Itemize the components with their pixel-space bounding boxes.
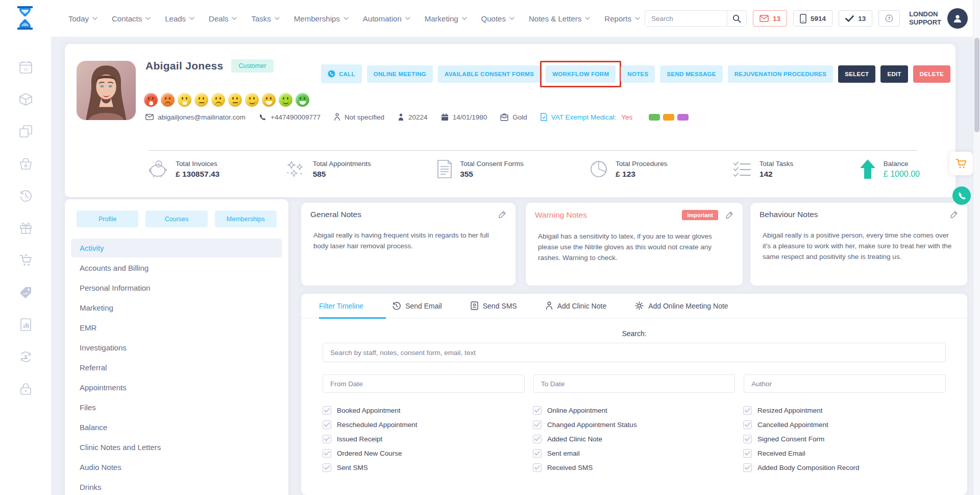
app-logo[interactable] bbox=[13, 5, 37, 31]
account-avatar[interactable] bbox=[947, 8, 968, 29]
nav-item[interactable]: Notes & Letters bbox=[529, 14, 590, 23]
section-menu-item[interactable]: Marketing bbox=[71, 298, 282, 317]
filter-checkbox[interactable]: Sent email bbox=[533, 449, 743, 458]
mood-emoji-smile[interactable] bbox=[245, 93, 259, 107]
filter-checkbox[interactable]: Added Clinic Note bbox=[533, 435, 743, 443]
edit-note-icon[interactable] bbox=[725, 211, 733, 219]
timeline-search-input[interactable] bbox=[323, 343, 946, 362]
action-button[interactable]: DELETE bbox=[913, 65, 950, 83]
action-button[interactable]: AVAILABLE CONSENT FORMS bbox=[438, 65, 541, 83]
page-scrollbar[interactable] bbox=[973, 0, 980, 495]
mood-emoji-grin[interactable] bbox=[262, 93, 276, 107]
floating-call-button[interactable] bbox=[952, 186, 971, 205]
floating-cart-button[interactable] bbox=[949, 152, 973, 175]
section-menu-item[interactable]: Appointments bbox=[71, 378, 282, 397]
messages-badge-button[interactable]: 13 bbox=[753, 10, 787, 27]
gift-icon[interactable] bbox=[19, 221, 33, 235]
customer-email[interactable]: abigailjones@mailinator.com bbox=[145, 113, 246, 121]
lock-icon[interactable] bbox=[19, 382, 33, 396]
section-menu-item[interactable]: Files bbox=[71, 398, 282, 417]
mood-emoji-smile[interactable] bbox=[279, 93, 292, 107]
mood-emoji-neutral[interactable] bbox=[228, 93, 242, 107]
panel-tab[interactable]: Memberships bbox=[215, 210, 277, 227]
nav-item[interactable]: Tasks bbox=[251, 14, 279, 23]
copy-icon[interactable] bbox=[19, 125, 33, 138]
call-button[interactable]: CALL bbox=[321, 64, 362, 83]
to-date-input[interactable] bbox=[533, 374, 736, 393]
section-menu-item[interactable]: Personal Information bbox=[71, 278, 282, 297]
filter-checkbox[interactable]: Issued Receipt bbox=[323, 435, 533, 443]
action-button[interactable]: ONLINE MEETING bbox=[367, 65, 433, 83]
tab-send-sms[interactable]: Send SMS bbox=[471, 294, 517, 318]
nav-item[interactable]: Leads bbox=[165, 14, 194, 23]
filter-checkbox[interactable]: Online Appointment bbox=[533, 406, 743, 415]
nav-item[interactable]: Reports bbox=[604, 14, 640, 23]
action-button[interactable]: NOTES bbox=[621, 65, 655, 83]
section-menu-item[interactable]: Audio Notes bbox=[71, 458, 282, 477]
section-menu-item[interactable]: Balance bbox=[71, 418, 282, 437]
section-menu-item[interactable]: Drinks bbox=[71, 478, 282, 495]
customer-photo[interactable] bbox=[77, 61, 136, 120]
package-icon[interactable] bbox=[19, 92, 33, 106]
author-input[interactable] bbox=[744, 374, 946, 393]
tab-filter-timeline[interactable]: Filter Timeline bbox=[319, 294, 363, 318]
filter-checkbox[interactable]: Received Email bbox=[743, 449, 946, 458]
nav-item[interactable]: Automation bbox=[363, 14, 410, 23]
filter-checkbox[interactable]: Ordered New Course bbox=[323, 449, 533, 458]
nav-item[interactable]: Quotes bbox=[481, 14, 514, 23]
scrollbar-thumb[interactable] bbox=[974, 38, 979, 132]
filter-checkbox[interactable]: Signed Consent Form bbox=[743, 435, 946, 443]
tab-add-clinic-note[interactable]: Add Clinic Note bbox=[546, 294, 607, 318]
tab-add-online-meeting-note[interactable]: Add Online Meeting Note bbox=[635, 294, 728, 318]
sms-badge-button[interactable]: 5914 bbox=[793, 10, 832, 27]
filter-checkbox[interactable]: Added Body Composition Record bbox=[743, 463, 946, 472]
tag-chip[interactable] bbox=[677, 114, 689, 121]
panel-tab[interactable]: Profile bbox=[77, 210, 138, 227]
edit-note-icon[interactable] bbox=[498, 210, 506, 219]
tag-icon[interactable] bbox=[19, 286, 33, 299]
filter-checkbox[interactable]: Booked Appointment bbox=[323, 406, 533, 415]
tasks-badge-button[interactable]: 13 bbox=[839, 10, 872, 27]
history-icon[interactable] bbox=[19, 189, 33, 203]
filter-checkbox[interactable]: Sent SMS bbox=[323, 463, 533, 472]
search-input[interactable] bbox=[645, 11, 727, 26]
section-menu-item[interactable]: EMR bbox=[71, 318, 282, 337]
filter-checkbox[interactable]: Resized Appointment bbox=[743, 406, 946, 415]
report-icon[interactable] bbox=[19, 318, 33, 332]
nav-item[interactable]: Memberships bbox=[294, 14, 349, 23]
customer-phone[interactable]: +447490009777 bbox=[259, 113, 321, 121]
filter-checkbox[interactable]: Cancelled Appointment bbox=[743, 420, 946, 429]
calendar-icon[interactable]: 12 bbox=[19, 60, 33, 74]
tag-chip[interactable] bbox=[649, 114, 660, 121]
section-menu-item[interactable]: Activity bbox=[71, 239, 282, 257]
action-button[interactable]: REJUVENATION PROCEDURES bbox=[728, 65, 834, 83]
mood-emoji-grimace[interactable] bbox=[178, 93, 191, 107]
filter-checkbox[interactable]: Changed Appointment Status bbox=[533, 420, 743, 429]
tab-send-email[interactable]: Send Email bbox=[392, 294, 442, 318]
nav-item[interactable]: Deals bbox=[209, 14, 237, 23]
nav-item[interactable]: Marketing bbox=[425, 14, 467, 23]
help-button[interactable]: ? bbox=[878, 10, 900, 27]
search-button[interactable] bbox=[727, 11, 746, 26]
action-button[interactable]: EDIT bbox=[880, 65, 908, 83]
panel-tab[interactable]: Courses bbox=[145, 210, 207, 227]
user-sync-icon[interactable] bbox=[19, 350, 33, 364]
nav-item[interactable]: Today bbox=[68, 14, 97, 23]
mood-emoji-frown[interactable] bbox=[161, 93, 175, 107]
filter-checkbox[interactable]: Rescheduled Appointment bbox=[323, 420, 533, 429]
section-menu-item[interactable]: Clinic Notes and Letters bbox=[71, 438, 282, 457]
section-menu-item[interactable]: Accounts and Billing bbox=[71, 258, 282, 277]
action-button[interactable]: SELECT bbox=[838, 65, 875, 83]
action-button[interactable]: SEND MESSAGE bbox=[660, 65, 722, 83]
mood-emoji-neutral[interactable] bbox=[194, 93, 208, 107]
edit-note-icon[interactable] bbox=[950, 210, 958, 219]
from-date-input[interactable] bbox=[323, 374, 525, 393]
filter-checkbox[interactable]: Received SMS bbox=[533, 463, 743, 472]
mood-emoji-frown-open[interactable] bbox=[144, 93, 158, 107]
mood-emoji-frown[interactable] bbox=[211, 93, 225, 107]
tag-chip[interactable] bbox=[663, 114, 674, 121]
basket-icon[interactable] bbox=[19, 157, 33, 171]
mood-emoji-grin[interactable] bbox=[296, 93, 309, 107]
section-menu-item[interactable]: Investigations bbox=[71, 338, 282, 357]
section-menu-item[interactable]: Referral bbox=[71, 358, 282, 377]
